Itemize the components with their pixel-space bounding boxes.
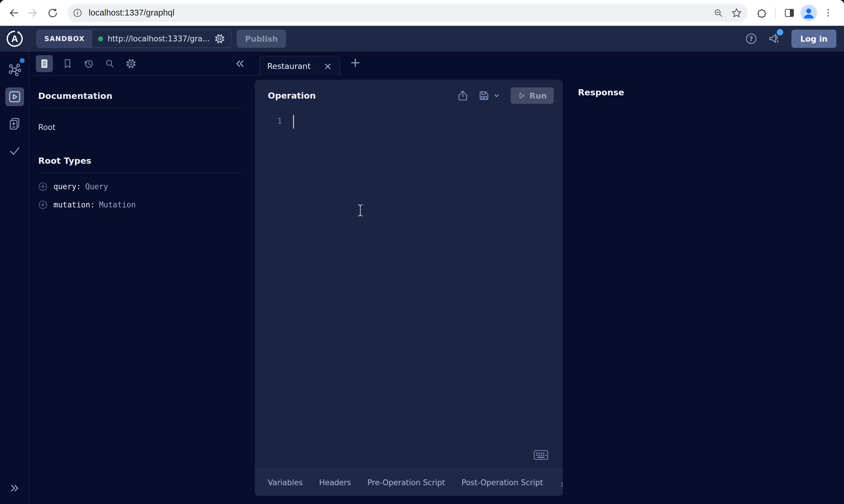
- toolbar-divider: [775, 7, 776, 19]
- site-info-button[interactable]: [70, 6, 85, 20]
- run-button[interactable]: Run: [511, 87, 554, 104]
- documentation-tab-button[interactable]: [36, 55, 53, 72]
- search-button[interactable]: [103, 57, 116, 70]
- nav-checks-button[interactable]: [5, 141, 24, 160]
- browser-menu-button[interactable]: [820, 5, 837, 21]
- operation-header: Operation Run: [255, 80, 563, 104]
- documentation-content: Documentation Root Root Types query:Quer…: [29, 76, 255, 210]
- share-operation-icon[interactable]: [457, 89, 469, 102]
- tab-restaurant[interactable]: Restaurant ×: [259, 56, 340, 76]
- root-type-text[interactable]: mutation:Mutation: [53, 200, 136, 209]
- chevron-down-icon: [493, 92, 500, 99]
- root-types-title: Root Types: [38, 156, 243, 166]
- headers-tab[interactable]: Headers: [319, 478, 351, 487]
- zoom-page-button[interactable]: [711, 6, 725, 20]
- operation-panel: Operation Run: [255, 80, 563, 496]
- documentation-title: Documentation: [38, 91, 243, 101]
- nav-changelog-button[interactable]: [5, 114, 24, 133]
- connection-status-dot: [98, 36, 103, 41]
- line-number: 1: [255, 117, 282, 469]
- explorer-settings-button[interactable]: [124, 57, 137, 70]
- side-panel-icon: [783, 7, 795, 19]
- double-chevron-left-icon: [234, 58, 246, 70]
- help-icon[interactable]: ?: [744, 32, 758, 46]
- pre-operation-script-tab[interactable]: Pre-Operation Script: [367, 478, 445, 487]
- browser-address-bar[interactable]: localhost:1337/graphql: [68, 4, 748, 22]
- collapse-docs-button[interactable]: [234, 58, 246, 70]
- workspace-body: Operation Run: [255, 76, 844, 504]
- root-type-text[interactable]: query:Query: [53, 182, 108, 191]
- history-button[interactable]: [82, 57, 95, 70]
- double-chevron-up-icon: [559, 478, 563, 488]
- zoom-out-icon: [713, 7, 724, 18]
- left-nav-rail: [0, 52, 29, 504]
- kebab-menu-icon: [822, 7, 834, 19]
- bookmark-icon: [62, 58, 73, 69]
- info-icon: [72, 7, 83, 19]
- browser-profile-avatar[interactable]: [800, 5, 817, 21]
- saved-operations-button[interactable]: [61, 57, 74, 70]
- endpoint-url[interactable]: http://localhost:1337/gra...: [107, 34, 210, 43]
- main-area: Documentation Root Root Types query:Quer…: [0, 52, 844, 504]
- root-link[interactable]: Root: [38, 123, 243, 132]
- operation-actions: Run: [457, 87, 554, 104]
- text-caret: [293, 115, 294, 128]
- variables-tab[interactable]: Variables: [268, 478, 303, 487]
- field-name[interactable]: query:: [53, 182, 81, 191]
- keyboard-shortcuts-icon[interactable]: [533, 449, 549, 461]
- field-type-link[interactable]: Query: [85, 182, 108, 191]
- browser-toolbar: localhost:1337/graphql: [0, 0, 844, 26]
- root-type-row-query: query:Query: [38, 182, 243, 191]
- endpoint-group: SANDBOX http://localhost:1337/gra...: [36, 30, 231, 48]
- documentation-panel: Documentation Root Root Types query:Quer…: [29, 52, 255, 504]
- save-operation-button[interactable]: [478, 89, 500, 102]
- history-clock-icon: [83, 58, 94, 70]
- close-tab-icon[interactable]: ×: [324, 61, 332, 71]
- svg-text:A: A: [11, 33, 18, 44]
- graph-schema-icon: [7, 63, 22, 77]
- post-operation-script-tab[interactable]: Post-Operation Script: [462, 478, 543, 487]
- side-panel-button[interactable]: [781, 5, 797, 21]
- workspace: Restaurant × + Operation: [255, 52, 844, 504]
- expand-footer-button[interactable]: [559, 478, 563, 488]
- browser-forward-button[interactable]: [25, 5, 41, 21]
- new-tab-button[interactable]: +: [350, 56, 361, 69]
- field-type-link[interactable]: Mutation: [99, 200, 136, 209]
- response-panel: Response: [563, 76, 844, 504]
- url-text[interactable]: localhost:1337/graphql: [89, 8, 707, 18]
- apollo-logo[interactable]: A: [0, 26, 29, 52]
- operation-editor[interactable]: 1: [255, 104, 563, 469]
- checkmark-icon: [7, 144, 22, 158]
- field-name[interactable]: mutation:: [53, 200, 95, 209]
- browser-reload-button[interactable]: [44, 5, 61, 21]
- profile-person-icon: [800, 5, 817, 21]
- svg-text:?: ?: [750, 35, 753, 42]
- document-list-icon: [38, 58, 50, 70]
- notification-dot: [777, 29, 783, 36]
- browser-back-button[interactable]: [5, 5, 22, 21]
- nav-schema-button[interactable]: [5, 60, 24, 79]
- response-title: Response: [578, 87, 624, 97]
- run-label: Run: [530, 91, 547, 100]
- root-type-row-mutation: mutation:Mutation: [38, 200, 243, 210]
- announcements-button[interactable]: [768, 31, 782, 47]
- play-icon: [518, 92, 526, 100]
- extensions-puzzle-icon: [756, 7, 768, 19]
- diff-documents-icon: [7, 117, 22, 131]
- reload-icon: [46, 6, 59, 19]
- mouse-ibeam-cursor: [357, 203, 364, 217]
- add-field-icon[interactable]: [38, 200, 48, 210]
- double-chevron-right-icon: [8, 482, 21, 494]
- nav-explorer-button[interactable]: [5, 87, 24, 106]
- tab-label[interactable]: Restaurant: [267, 61, 311, 71]
- bookmark-page-button[interactable]: [729, 6, 744, 20]
- publish-button[interactable]: Publish: [237, 30, 286, 48]
- extensions-button[interactable]: [754, 5, 770, 21]
- back-arrow-icon: [7, 6, 20, 19]
- expand-sidebar-button[interactable]: [8, 482, 21, 495]
- login-button[interactable]: Log in: [791, 30, 837, 48]
- add-field-icon[interactable]: [38, 182, 48, 191]
- endpoint-cell[interactable]: http://localhost:1337/gra...: [92, 30, 231, 48]
- connection-settings-gear-icon[interactable]: [214, 33, 225, 44]
- operation-footer: Variables Headers Pre-Operation Script P…: [255, 469, 563, 496]
